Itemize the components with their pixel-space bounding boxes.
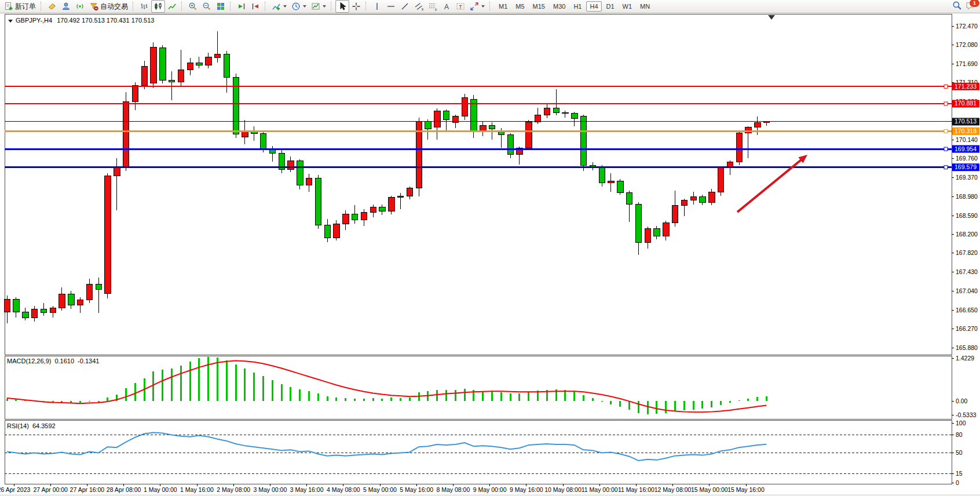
templates-button[interactable] (309, 0, 328, 13)
line-handle[interactable] (944, 85, 948, 88)
new-order-button[interactable]: 新订单 (2, 0, 38, 13)
bar-chart-button[interactable] (137, 0, 151, 13)
svg-text:167.430: 167.430 (956, 268, 978, 275)
community-button[interactable] (59, 0, 73, 13)
toolbar-separator (265, 2, 267, 11)
svg-text:170.881: 170.881 (955, 100, 977, 107)
auto-trading-funnel-icon (89, 2, 98, 11)
candle (709, 192, 715, 203)
tile-windows-button[interactable] (214, 0, 228, 13)
bar-chart-icon (140, 2, 149, 11)
svg-text:0.00: 0.00 (956, 397, 968, 404)
timeframe-m5-button[interactable]: M5 (512, 1, 528, 12)
svg-text:169.579: 169.579 (955, 163, 977, 170)
svg-text:100: 100 (956, 420, 966, 426)
search-icon[interactable] (952, 1, 962, 12)
gold-nugget-icon (47, 2, 57, 11)
horizontal-line-button[interactable] (384, 0, 398, 13)
chart-region: 172.470172.080171.690171.310170.920170.5… (0, 13, 980, 496)
timeframe-m1-button[interactable]: M1 (495, 1, 511, 12)
auto-trading-button[interactable]: 自动交易 (87, 0, 130, 13)
timeframe-mn-button[interactable]: MN (637, 1, 653, 12)
candle (132, 85, 138, 102)
candle (59, 294, 65, 308)
candle (4, 299, 10, 312)
candle (370, 207, 376, 212)
svg-text:5 May 00:00: 5 May 00:00 (363, 486, 397, 493)
zoom-out-button[interactable] (200, 0, 214, 13)
toolbar-separator (230, 2, 232, 11)
candle (178, 70, 184, 82)
notification-badge: 1 (969, 0, 980, 8)
line-handle[interactable] (944, 102, 948, 105)
indicators-button[interactable] (269, 0, 289, 13)
deposit-button[interactable] (45, 0, 59, 13)
svg-text:E: E (422, 8, 423, 11)
crosshair-icon (352, 2, 361, 11)
line-chart-button[interactable] (165, 0, 179, 13)
candle (462, 98, 468, 116)
tile-windows-icon (216, 2, 225, 11)
svg-text:15 May 00:00: 15 May 00:00 (691, 486, 728, 493)
candle (645, 229, 651, 243)
auto-scroll-button[interactable] (235, 0, 248, 13)
candle (187, 63, 193, 70)
toolbar-separator (41, 2, 43, 11)
chart-shift-button[interactable] (248, 0, 262, 13)
svg-text:27 Apr 00:00: 27 Apr 00:00 (33, 486, 68, 493)
candle (105, 176, 111, 293)
candle (169, 81, 175, 82)
zoom-in-button[interactable] (186, 0, 200, 13)
svg-text:169.954: 169.954 (955, 145, 977, 152)
candle (151, 47, 157, 83)
svg-text:27 Apr 16:00: 27 Apr 16:00 (70, 486, 105, 493)
trendline-icon (400, 2, 409, 11)
svg-text:F: F (435, 8, 437, 12)
line-handle[interactable] (944, 147, 948, 151)
fibonacci-icon: F (428, 2, 437, 11)
timeframe-d1-button[interactable]: D1 (603, 1, 618, 12)
arrows-icon (470, 2, 479, 11)
toolbar: 新订单 自动交易 (0, 0, 980, 13)
candle (425, 121, 432, 129)
cursor-button[interactable] (335, 0, 349, 13)
templates-caret-icon (323, 5, 326, 8)
arrows-button[interactable] (467, 0, 487, 13)
candle (553, 108, 560, 113)
svg-text:11 May 16:00: 11 May 16:00 (618, 486, 654, 493)
text-button[interactable]: A (440, 0, 454, 13)
horizontal-line-icon (386, 2, 396, 11)
fibonacci-button[interactable]: F (426, 0, 440, 13)
timeframe-h4-button[interactable]: H4 (586, 1, 601, 12)
svg-text:80: 80 (956, 431, 963, 438)
svg-text:8 May 08:00: 8 May 08:00 (437, 486, 470, 493)
chart-canvas[interactable]: 172.470172.080171.690171.310170.920170.5… (0, 13, 980, 496)
timeframe-w1-button[interactable]: W1 (619, 1, 636, 12)
candlestick-chart-button[interactable] (151, 0, 165, 13)
candle (626, 192, 632, 204)
timeframe-m15-button[interactable]: M15 (529, 1, 548, 12)
signals-button[interactable] (73, 0, 87, 13)
candle (389, 197, 395, 211)
svg-text:172.470: 172.470 (956, 23, 978, 30)
candle (334, 224, 340, 238)
candle (407, 188, 413, 196)
candle (379, 207, 386, 211)
candle (736, 133, 743, 162)
crosshair-button[interactable] (349, 0, 363, 13)
signal-waves-icon (75, 2, 85, 11)
timeframe-h1-button[interactable]: H1 (570, 1, 585, 12)
periods-button[interactable] (289, 0, 309, 13)
line-handle[interactable] (944, 129, 948, 133)
candle (526, 122, 532, 148)
auto-scroll-icon (237, 2, 246, 11)
vertical-line-button[interactable] (370, 0, 384, 13)
trendline-button[interactable] (398, 0, 412, 13)
svg-text:28 Apr 08:00: 28 Apr 08:00 (107, 486, 141, 493)
text-label-button[interactable]: T (454, 0, 467, 13)
timeframe-m30-button[interactable]: M30 (550, 1, 569, 12)
equidistant-channel-button[interactable]: E (412, 0, 426, 13)
line-handle[interactable] (944, 166, 948, 169)
notifications-chat-button[interactable]: 1 (966, 1, 976, 12)
svg-text:15 May 16:00: 15 May 16:00 (727, 486, 765, 493)
